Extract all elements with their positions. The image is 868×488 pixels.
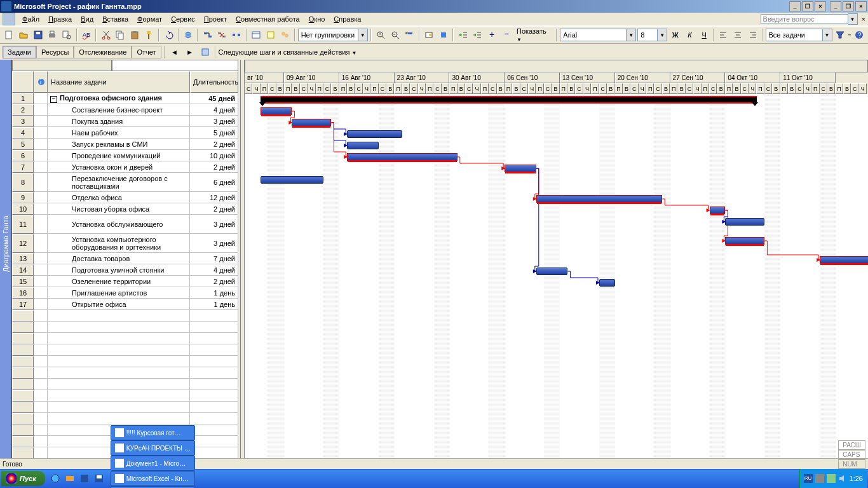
show-outline-button[interactable]: Показать ▼ [514, 27, 553, 43]
row-duration[interactable]: 4 дней [190, 104, 238, 116]
view-bar[interactable]: Диаграмма Ганта [0, 60, 12, 469]
task-bar[interactable] [536, 195, 662, 203]
task-bar[interactable] [347, 142, 379, 149]
copy-picture-icon[interactable] [423, 28, 436, 42]
align-right-icon[interactable] [746, 28, 759, 42]
row-duration[interactable]: 1 день [190, 299, 238, 310]
guide-tab-0[interactable]: Задачи [3, 46, 36, 58]
taskbar-item[interactable]: Microsoft Excel - Кн… [111, 471, 195, 486]
mail-icon[interactable] [64, 471, 76, 485]
lang-indicator[interactable]: RU [804, 474, 813, 483]
row-name[interactable]: Покупка здания [48, 116, 190, 127]
menu-проект[interactable]: Проект [200, 14, 231, 24]
bold-icon[interactable]: Ж [668, 28, 682, 42]
row-duration[interactable]: 3 дней [190, 215, 238, 234]
col-rownum[interactable] [12, 71, 34, 93]
row-duration[interactable]: 4 дней [190, 264, 238, 276]
prev-icon[interactable]: ◄ [168, 45, 182, 59]
print-icon[interactable] [46, 28, 59, 42]
row-name[interactable]: Перезаключение договоров с поставщиками [48, 173, 190, 192]
underline-icon[interactable]: Ч [698, 28, 711, 42]
table-row[interactable] [12, 333, 238, 344]
menu-окно[interactable]: Окно [304, 14, 330, 24]
timescale[interactable]: СЧПСВПВСЧПСВПВСЧПСВПВСЧПСВПВСЧПСВПВСЧПСВ… [245, 72, 868, 94]
start-button[interactable]: Пуск [1, 471, 45, 486]
table-row[interactable] [12, 322, 238, 333]
table-row[interactable] [12, 413, 238, 424]
menu-сервис[interactable]: Сервис [166, 14, 200, 24]
row-name[interactable]: Составление бизнес-проект [48, 104, 190, 116]
task-bar[interactable] [347, 130, 402, 138]
row-name[interactable]: Приглашение артистов [48, 287, 190, 299]
row-name[interactable]: Доставка товаров [48, 253, 190, 264]
group-by-combo[interactable]: Нет группировки▼ [298, 29, 368, 41]
task-grid[interactable]: i Название задачи Длительность 1−Подгото… [12, 71, 238, 458]
summary-bar[interactable] [261, 96, 757, 104]
zoom-out-icon[interactable]: - [388, 28, 402, 42]
new-icon[interactable] [3, 28, 16, 42]
show-desktop-icon[interactable] [78, 471, 91, 485]
table-row[interactable]: 8Перезаключение договоров с поставщиками… [12, 173, 238, 192]
align-center-icon[interactable] [731, 28, 745, 42]
table-row[interactable]: 9Отделка офиса12 дней [12, 192, 238, 203]
hyperlink-icon[interactable] [182, 28, 195, 42]
task-bar[interactable] [710, 207, 726, 214]
col-name[interactable]: Название задачи [48, 71, 190, 93]
row-name[interactable]: Установка окон и дверей [48, 161, 190, 173]
maximize-button[interactable]: ❐ [843, 1, 854, 11]
row-duration[interactable]: 2 дней [190, 139, 238, 150]
row-duration[interactable]: 10 дней [190, 150, 238, 161]
undo-icon[interactable] [162, 28, 175, 42]
task-bar[interactable] [292, 119, 331, 126]
row-name[interactable]: Запуск рекламы в СМИ [48, 139, 190, 150]
cut-icon[interactable] [99, 28, 112, 42]
table-row[interactable] [12, 379, 238, 390]
task-bar[interactable] [347, 153, 458, 161]
outdent-icon[interactable] [456, 28, 470, 42]
font-combo[interactable]: Arial▼ [560, 29, 636, 41]
unlink-tasks-icon[interactable] [215, 28, 229, 42]
format-painter-icon[interactable] [142, 28, 156, 42]
table-row[interactable]: 15Озеленение территории2 дней [12, 276, 238, 287]
next-steps-link[interactable]: Следующие шаги и связанные действия ▼ [219, 48, 357, 56]
table-row[interactable] [12, 367, 238, 379]
taskbar-item[interactable]: КУРсАЧ ПРОЕКТЫ … [111, 440, 195, 456]
save-icon[interactable] [31, 28, 44, 42]
table-row[interactable]: 14Подготовка уличной стоянки4 дней [12, 264, 238, 276]
paste-icon[interactable] [128, 28, 142, 42]
row-duration[interactable]: 3 дней [190, 234, 238, 253]
splitter[interactable] [240, 60, 245, 469]
entry-cell[interactable] [112, 60, 238, 71]
restore-button[interactable]: ❐ [802, 1, 813, 11]
tray-icon-2[interactable] [827, 474, 836, 483]
taskbar-item[interactable]: Документ1 - Micro… [111, 456, 195, 471]
row-name[interactable]: Озеленение территории [48, 276, 190, 287]
minimize-button[interactable]: _ [789, 1, 801, 11]
tray-icon-1[interactable] [815, 474, 824, 483]
table-row[interactable]: 5Запуск рекламы в СМИ2 дней [12, 139, 238, 150]
row-duration[interactable]: 6 дней [190, 173, 238, 192]
task-bar[interactable] [725, 237, 764, 245]
close-doc-button[interactable]: × [815, 1, 826, 11]
row-duration[interactable]: 5 дней [190, 127, 238, 139]
table-row[interactable]: 12Установка компьютерного оборудования и… [12, 234, 238, 253]
italic-icon[interactable]: К [683, 28, 696, 42]
menu-справка[interactable]: Справка [329, 14, 365, 24]
volume-icon[interactable] [838, 474, 847, 483]
table-row[interactable]: 2Составление бизнес-проект4 дней [12, 104, 238, 116]
goto-task-icon[interactable] [403, 28, 416, 42]
office-icon[interactable] [437, 28, 450, 42]
row-duration[interactable]: 12 дней [190, 192, 238, 203]
menu-файл[interactable]: Файл [18, 14, 44, 24]
row-duration[interactable]: 7 дней [190, 253, 238, 264]
menu-формат[interactable]: Формат [133, 14, 166, 24]
help-question-input[interactable] [761, 14, 848, 24]
table-row[interactable] [12, 402, 238, 413]
task-notes-icon[interactable] [264, 28, 277, 42]
task-bar[interactable] [261, 176, 323, 184]
link-tasks-icon[interactable] [201, 28, 214, 42]
table-row[interactable] [12, 310, 238, 322]
table-row[interactable] [12, 344, 238, 356]
guide-toggle-icon[interactable] [198, 45, 212, 59]
menu-совместная работа[interactable]: Совместная работа [231, 14, 304, 24]
